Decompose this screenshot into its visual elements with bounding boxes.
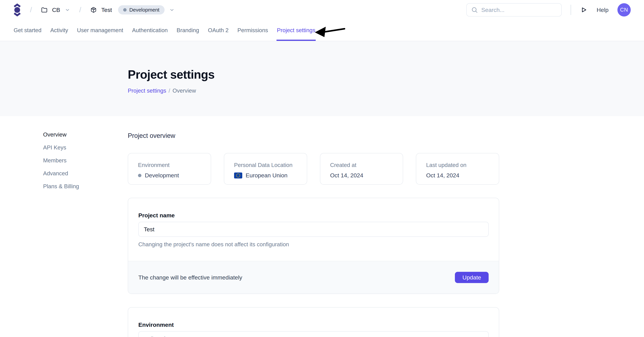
info-card-last-updated: Last updated on Oct 14, 2024	[416, 153, 499, 185]
search-input[interactable]	[481, 7, 557, 13]
eu-flag-icon	[234, 172, 242, 179]
breadcrumb-current: Overview	[172, 87, 196, 94]
tab-permissions[interactable]: Permissions	[237, 20, 268, 41]
breadcrumb-separator: /	[79, 6, 81, 14]
main-tab-bar: Get started Activity User management Aut…	[0, 20, 644, 41]
info-card-label: Last updated on	[426, 162, 489, 168]
main-panel: Project overview Environment Development…	[128, 116, 499, 337]
user-avatar[interactable]: CN	[618, 3, 631, 16]
environment-select-text: Development	[150, 336, 185, 337]
play-icon	[580, 6, 587, 13]
environment-select[interactable]: Development	[138, 331, 488, 337]
package-icon	[90, 6, 97, 13]
info-card-value: Oct 14, 2024	[330, 172, 393, 179]
environment-card: Environment Development	[128, 307, 499, 337]
environment-badge: Development	[118, 5, 164, 14]
org-name: CB	[52, 7, 60, 13]
project-name-helper: Changing the project's name does not aff…	[138, 241, 488, 248]
app-logo[interactable]	[13, 3, 21, 16]
breadcrumb-link-project-settings[interactable]: Project settings	[128, 87, 166, 94]
changelog-play-button[interactable]	[580, 6, 587, 13]
info-card-label: Environment	[138, 162, 201, 168]
info-card-data-location: Personal Data Location Europea	[224, 153, 307, 185]
chevron-down-icon	[169, 7, 175, 13]
environment-select-value: Development	[144, 336, 185, 337]
info-card-value-text: Development	[145, 172, 179, 179]
project-name: Test	[101, 7, 112, 13]
tab-user-management[interactable]: User management	[77, 20, 124, 41]
project-name-input[interactable]	[138, 222, 488, 237]
info-card-label: Personal Data Location	[234, 162, 297, 168]
logo-icon	[13, 3, 21, 16]
chevron-down-icon	[476, 335, 483, 337]
update-button[interactable]: Update	[455, 272, 488, 283]
footer-note: The change will be effective immediately	[138, 274, 242, 281]
environment-badge-label: Development	[129, 7, 160, 13]
search-icon	[471, 6, 478, 13]
project-name-card: Project name Changing the project's name…	[128, 198, 499, 294]
page-header: Project settings Project settings / Over…	[0, 41, 644, 116]
info-card-value-text: European Union	[246, 172, 288, 179]
info-card-value-text: Oct 14, 2024	[330, 172, 364, 179]
org-switcher-button[interactable]: CB	[41, 6, 70, 13]
status-dot	[123, 8, 126, 11]
info-card-environment: Environment Development	[128, 153, 211, 185]
page-title: Project settings	[128, 68, 644, 81]
sidebar-item-api-keys[interactable]: API Keys	[43, 144, 79, 151]
project-name-card-footer: The change will be effective immediately…	[128, 261, 499, 294]
info-cards-row: Environment Development Personal Data Lo…	[128, 153, 499, 185]
info-card-created-at: Created at Oct 14, 2024	[320, 153, 403, 185]
breadcrumb: / CB / Test Development	[13, 3, 175, 16]
topbar-actions: Help CN	[466, 3, 631, 16]
project-name-label: Project name	[138, 212, 488, 219]
breadcrumb-separator: /	[169, 87, 170, 94]
info-card-value: Oct 14, 2024	[426, 172, 489, 179]
search-box	[466, 3, 562, 16]
info-card-value: Development	[138, 172, 201, 179]
tab-authentication[interactable]: Authentication	[132, 20, 168, 41]
info-card-value: European Union	[234, 172, 297, 179]
section-title: Project overview	[128, 132, 499, 139]
content-area: Overview API Keys Members Advanced Plans…	[0, 116, 644, 337]
settings-sidebar: Overview API Keys Members Advanced Plans…	[43, 131, 79, 196]
tab-get-started[interactable]: Get started	[13, 20, 42, 41]
project-switcher-button[interactable]: Test Development	[90, 5, 175, 14]
divider	[570, 5, 571, 15]
sidebar-item-plans-billing[interactable]: Plans & Billing	[43, 183, 79, 190]
status-dot	[138, 174, 142, 177]
page-breadcrumb: Project settings / Overview	[128, 87, 644, 94]
sidebar-item-members[interactable]: Members	[43, 157, 79, 164]
sidebar-item-overview[interactable]: Overview	[43, 131, 79, 138]
info-card-value-text: Oct 14, 2024	[426, 172, 459, 179]
top-bar: / CB / Test Development	[0, 0, 644, 20]
project-name-card-body: Project name Changing the project's name…	[128, 198, 499, 261]
help-button[interactable]: Help	[597, 7, 608, 13]
tab-branding[interactable]: Branding	[176, 20, 199, 41]
folder-icon	[41, 6, 48, 13]
breadcrumb-separator: /	[30, 6, 32, 14]
sidebar-item-advanced[interactable]: Advanced	[43, 170, 79, 177]
tab-activity[interactable]: Activity	[50, 20, 68, 41]
environment-label: Environment	[138, 322, 488, 328]
info-card-label: Created at	[330, 162, 393, 168]
chevron-down-icon	[64, 7, 70, 13]
tab-project-settings[interactable]: Project settings	[276, 20, 316, 41]
tab-oauth2[interactable]: OAuth 2	[208, 20, 229, 41]
